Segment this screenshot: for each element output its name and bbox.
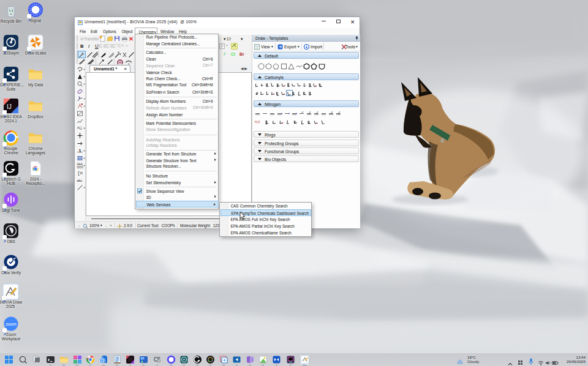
svg-text:.1.: .1.	[77, 148, 83, 154]
svg-text:abc: abc	[77, 179, 83, 182]
svg-text:IJ: IJ	[7, 103, 12, 110]
svg-text:[n: [n	[78, 171, 83, 176]
svg-text:zoom: zoom	[6, 321, 17, 327]
svg-text:OOO: OOO	[77, 165, 84, 168]
